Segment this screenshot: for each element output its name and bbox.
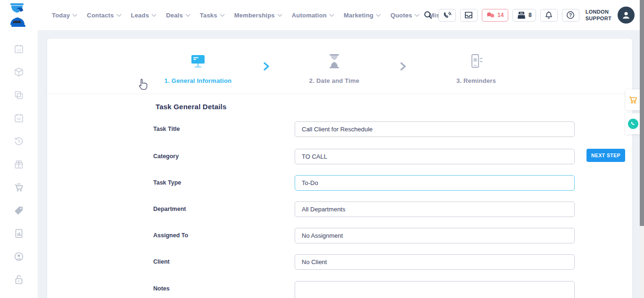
nav-item-today[interactable]: Today bbox=[52, 12, 76, 19]
package-icon[interactable] bbox=[7, 60, 31, 83]
header-actions: 14 8 ? bbox=[423, 0, 635, 30]
left-sidebar: 12 bbox=[0, 30, 38, 298]
notes-textarea[interactable] bbox=[295, 281, 575, 298]
help-button[interactable]: ? bbox=[562, 9, 579, 22]
register-button[interactable]: 8 bbox=[512, 9, 536, 22]
chevron-down-icon bbox=[330, 12, 334, 17]
form-row-task-type: Task Type bbox=[153, 175, 620, 191]
client-input[interactable] bbox=[295, 254, 575, 270]
department-label: Department bbox=[153, 201, 186, 217]
form-row-category: Category bbox=[153, 149, 620, 164]
bell-icon bbox=[545, 11, 553, 19]
calendar-icon[interactable]: 12 bbox=[7, 37, 31, 60]
report-icon[interactable] bbox=[7, 222, 31, 245]
task-title-input[interactable] bbox=[295, 121, 575, 137]
step-date-and-time[interactable]: 2. Date and Time bbox=[280, 53, 388, 84]
step-reminders[interactable]: 3. Reminders bbox=[422, 53, 530, 84]
department-input[interactable] bbox=[295, 201, 575, 217]
register-icon bbox=[517, 11, 526, 19]
assigned-to-input[interactable] bbox=[295, 228, 575, 243]
category-input[interactable] bbox=[295, 149, 575, 164]
form-row-client: Client bbox=[153, 254, 620, 270]
phone-reminder-icon bbox=[469, 54, 484, 69]
phone-waves-icon bbox=[443, 11, 452, 19]
tag-icon[interactable] bbox=[7, 199, 31, 222]
app-logo-icon[interactable] bbox=[7, 3, 30, 27]
notifications-button[interactable] bbox=[540, 9, 558, 22]
svg-text:12: 12 bbox=[17, 48, 21, 51]
scrollbar-thumb[interactable] bbox=[640, 0, 644, 226]
task-wizard-card: 1. General Information 2. Date and Time bbox=[47, 39, 632, 298]
nav-item-memberships[interactable]: Memberships bbox=[234, 12, 281, 19]
user-name[interactable]: LONDON SUPPORT bbox=[586, 8, 611, 22]
chevron-down-icon bbox=[376, 12, 381, 17]
form-row-notes: Notes bbox=[153, 281, 620, 298]
nav-item-contacts[interactable]: Contacts bbox=[87, 12, 120, 19]
category-label: Category bbox=[153, 149, 179, 164]
register-badge: 8 bbox=[528, 12, 532, 18]
history-icon[interactable] bbox=[7, 129, 31, 153]
form-row-assigned-to: Assigned To bbox=[153, 228, 620, 243]
next-step-button[interactable]: NEXT STEP bbox=[586, 149, 625, 162]
chat-button[interactable]: 14 bbox=[482, 9, 508, 22]
nav-item-leads[interactable]: Leads bbox=[131, 12, 156, 19]
chat-badge: 14 bbox=[497, 12, 504, 18]
cart-icon[interactable] bbox=[7, 176, 31, 199]
avatar[interactable] bbox=[618, 7, 635, 24]
main-nav: Today Contacts Leads Deals Tasks Members… bbox=[52, 0, 485, 30]
floating-phone-button[interactable] bbox=[626, 113, 640, 134]
cart-orange-icon bbox=[628, 96, 638, 105]
chat-bubbles-icon bbox=[486, 12, 495, 19]
form-row-task-title: Task Title bbox=[153, 121, 620, 137]
inbox-tray-icon bbox=[464, 11, 473, 19]
form-row-department: Department bbox=[153, 201, 620, 217]
gift-icon[interactable] bbox=[7, 153, 31, 176]
floating-cart-button[interactable] bbox=[626, 89, 640, 110]
user-circle-icon[interactable] bbox=[7, 245, 31, 268]
chevron-down-icon bbox=[277, 12, 282, 17]
nav-item-tasks[interactable]: Tasks bbox=[200, 12, 224, 19]
copy-icon[interactable] bbox=[7, 83, 31, 106]
step-general-information[interactable]: 1. General Information bbox=[144, 53, 252, 84]
booking-calendar-icon[interactable] bbox=[7, 106, 31, 129]
page-scrollbar bbox=[640, 0, 644, 298]
lock-icon[interactable] bbox=[7, 268, 31, 291]
task-type-input[interactable] bbox=[295, 175, 575, 191]
chevron-down-icon bbox=[73, 12, 77, 17]
chevron-down-icon bbox=[185, 12, 190, 17]
step-chevron-icon bbox=[263, 62, 270, 71]
step-chevron-icon bbox=[400, 62, 406, 71]
nav-item-deals[interactable]: Deals bbox=[166, 12, 190, 19]
task-type-label: Task Type bbox=[153, 175, 181, 191]
dialer-button[interactable] bbox=[438, 9, 456, 22]
question-mark-icon: ? bbox=[566, 11, 575, 19]
user-icon bbox=[621, 10, 631, 20]
wizard-steps: 1. General Information 2. Date and Time bbox=[47, 39, 632, 94]
assigned-to-label: Assigned To bbox=[153, 228, 188, 243]
app-window: Today Contacts Leads Deals Tasks Members… bbox=[0, 0, 644, 298]
chevron-down-icon bbox=[152, 12, 157, 17]
notes-label: Notes bbox=[153, 281, 170, 297]
hourglass-icon bbox=[328, 54, 340, 69]
nav-item-automation[interactable]: Automation bbox=[292, 12, 333, 19]
form-title: Task General Details bbox=[156, 103, 226, 111]
svg-text:?: ? bbox=[569, 13, 572, 18]
nav-item-quotes[interactable]: Quotes bbox=[390, 12, 419, 19]
search-icon[interactable] bbox=[423, 10, 433, 20]
phone-icon bbox=[628, 119, 638, 129]
inbox-button[interactable] bbox=[460, 9, 478, 22]
client-label: Client bbox=[153, 254, 170, 270]
task-title-label: Task Title bbox=[153, 121, 180, 137]
chevron-down-icon bbox=[220, 12, 224, 17]
chevron-down-icon bbox=[415, 12, 420, 17]
monitor-icon bbox=[190, 54, 206, 69]
top-header: Today Contacts Leads Deals Tasks Members… bbox=[0, 0, 644, 30]
nav-item-marketing[interactable]: Marketing bbox=[344, 12, 380, 19]
chevron-down-icon bbox=[116, 12, 121, 17]
